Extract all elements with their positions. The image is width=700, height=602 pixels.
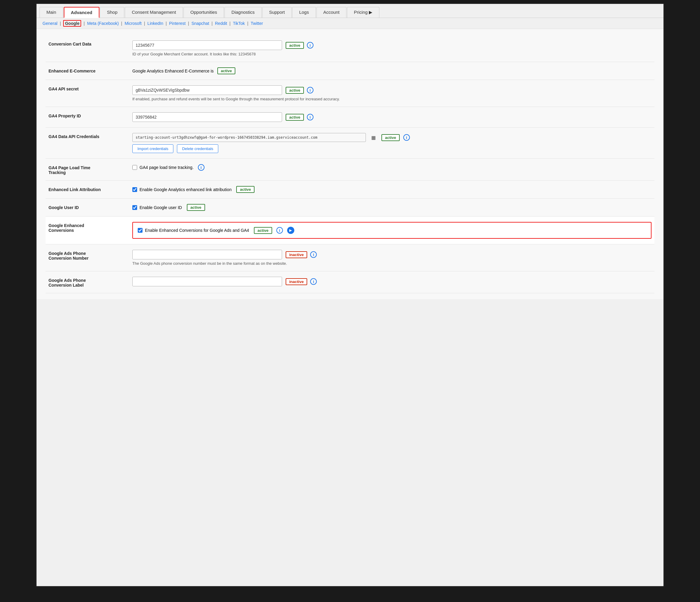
label-ga4-data-api: GA4 Data API Credentials xyxy=(46,127,129,159)
btn-import-credentials[interactable]: Import credentials xyxy=(132,144,173,153)
row-ga4-property-id: GA4 Property ID active i xyxy=(46,107,654,127)
value-ga4-page-load: GA4 page load time tracking. i xyxy=(129,159,654,180)
checkbox-google-user-id[interactable] xyxy=(132,205,137,210)
tab-consent[interactable]: Consent Management xyxy=(125,7,183,18)
badge-ga4-property-id: active xyxy=(285,114,304,121)
input-ga4-api-secret[interactable] xyxy=(132,86,282,95)
input-ga4-data-api[interactable] xyxy=(132,133,366,142)
row-google-user-id: Google User ID Enable Google user ID act… xyxy=(46,198,654,217)
subnav-microsoft[interactable]: Microsoft xyxy=(125,21,142,26)
tab-main[interactable]: Main xyxy=(40,7,63,18)
tab-diagnostics[interactable]: Diagnostics xyxy=(225,7,262,18)
input-phone-label[interactable] xyxy=(132,277,282,286)
credentials-field: ▦ active i xyxy=(132,133,651,142)
label-enhanced-link: Enhanced Link Attribution xyxy=(46,180,129,198)
value-ga4-property-id: active i xyxy=(129,107,654,127)
tab-advanced[interactable]: Advanced xyxy=(64,7,100,18)
value-enhanced-ecommerce: Google Analytics Enhanced E-Commerce is … xyxy=(129,62,654,80)
value-conversion-cart: active i ID of your Google Merchant Cent… xyxy=(129,35,654,62)
helper-conversion-cart: ID of your Google Merchant Center accoun… xyxy=(132,52,651,56)
info-icon-enhanced-conversions[interactable]: i xyxy=(276,227,283,234)
checkbox-row-page-load: GA4 page load time tracking. i xyxy=(132,164,651,171)
value-phone-label: inactive i xyxy=(129,271,654,293)
checkbox-label-user-id: Enable Google user ID xyxy=(140,205,182,210)
info-icon-ga4-api-secret[interactable]: i xyxy=(307,87,314,93)
helper-ga4-api-secret: If enabled, purchase and refund events w… xyxy=(132,97,651,101)
subnav-snapchat[interactable]: Snapchat xyxy=(191,21,209,26)
enhanced-ecommerce-text: Google Analytics Enhanced E-Commerce is xyxy=(132,69,214,73)
checkbox-row-enhanced-conversions: Enable Enhanced Conversions for Google A… xyxy=(138,227,646,234)
subnav-linkedin[interactable]: LinkedIn xyxy=(147,21,163,26)
tab-bar: Main Advanced Shop Consent Management Op… xyxy=(36,4,664,18)
badge-ga4-data-api: active xyxy=(381,134,400,141)
settings-table: Conversion Cart Data active i ID of your… xyxy=(46,35,654,293)
badge-ga4-api-secret: active xyxy=(285,87,304,94)
input-conversion-cart[interactable] xyxy=(132,41,282,50)
subnav-twitter[interactable]: Twitter xyxy=(251,21,263,26)
checkbox-enhanced-conversions[interactable] xyxy=(138,228,143,233)
badge-enhanced-conversions: active xyxy=(254,227,272,234)
btn-delete-credentials[interactable]: Delete credentials xyxy=(177,144,218,153)
checkbox-row-user-id: Enable Google user ID active xyxy=(132,204,651,211)
badge-phone-label: inactive xyxy=(285,278,307,285)
row-ga4-data-api: GA4 Data API Credentials ▦ active i Impo… xyxy=(46,127,654,159)
label-ga4-api-secret: GA4 API secret xyxy=(46,80,129,107)
checkbox-enhanced-link[interactable] xyxy=(132,187,137,192)
tab-account[interactable]: Account xyxy=(317,7,346,18)
badge-phone-number: inactive xyxy=(285,251,307,258)
input-phone-number[interactable] xyxy=(132,250,282,259)
checkbox-row-enhanced-link: Enable Google Analytics enhanced link at… xyxy=(132,186,651,193)
copy-icon-ga4-data-api[interactable]: ▦ xyxy=(370,134,377,141)
row-ga4-api-secret: GA4 API secret active i If enabled, purc… xyxy=(46,80,654,107)
tab-opportunities[interactable]: Opportunities xyxy=(183,7,224,18)
checkbox-ga4-page-load[interactable] xyxy=(132,165,137,170)
row-enhanced-conversions: Google Enhanced Conversions Enable Enhan… xyxy=(46,217,654,244)
subnav-reddit[interactable]: Reddit xyxy=(215,21,227,26)
value-google-user-id: Enable Google user ID active xyxy=(129,198,654,217)
tab-shop[interactable]: Shop xyxy=(100,7,124,18)
value-ga4-api-secret: active i If enabled, purchase and refund… xyxy=(129,80,654,107)
value-phone-number: inactive i The Google Ads phone conversi… xyxy=(129,244,654,271)
badge-enhanced-ecommerce: active xyxy=(217,67,235,74)
label-ga4-property-id: GA4 Property ID xyxy=(46,107,129,127)
checkbox-label-enhanced-link: Enable Google Analytics enhanced link at… xyxy=(140,187,231,192)
input-row-phone-label: inactive i xyxy=(132,277,651,286)
info-icon-phone-label[interactable]: i xyxy=(310,278,317,285)
value-ga4-data-api: ▦ active i Import credentials Delete cre… xyxy=(129,127,654,159)
info-icon-ga4-data-api[interactable]: i xyxy=(403,134,410,141)
row-ga4-page-load: GA4 Page Load Time Tracking GA4 page loa… xyxy=(46,159,654,180)
value-enhanced-link: Enable Google Analytics enhanced link at… xyxy=(129,180,654,198)
main-content: Conversion Cart Data active i ID of your… xyxy=(36,29,664,299)
badge-enhanced-link: active xyxy=(236,186,254,193)
subnav-google[interactable]: Google xyxy=(63,20,81,27)
sub-nav: General | Google | Meta (Facebook) | Mic… xyxy=(36,18,664,29)
label-phone-number: Google Ads Phone Conversion Number xyxy=(46,244,129,271)
row-enhanced-link: Enhanced Link Attribution Enable Google … xyxy=(46,180,654,198)
info-icon-ga4-property-id[interactable]: i xyxy=(307,114,314,120)
label-phone-label: Google Ads Phone Conversion Label xyxy=(46,271,129,293)
subnav-tiktok[interactable]: TikTok xyxy=(233,21,245,26)
tab-pricing[interactable]: Pricing ▶ xyxy=(347,7,379,18)
label-enhanced-conversions: Google Enhanced Conversions xyxy=(46,217,129,244)
input-row-enhanced-ecommerce: Google Analytics Enhanced E-Commerce is … xyxy=(132,67,651,74)
credentials-buttons: Import credentials Delete credentials xyxy=(132,142,651,153)
subnav-meta[interactable]: Meta (Facebook) xyxy=(87,21,119,26)
row-phone-number: Google Ads Phone Conversion Number inact… xyxy=(46,244,654,271)
value-enhanced-conversions: Enable Enhanced Conversions for Google A… xyxy=(129,217,654,244)
subnav-pinterest[interactable]: Pinterest xyxy=(169,21,185,26)
checkbox-label-enhanced-conversions: Enable Enhanced Conversions for Google A… xyxy=(145,228,249,233)
info-icon-conversion-cart[interactable]: i xyxy=(307,42,314,49)
input-row-ga4-api: active i xyxy=(132,86,651,95)
info-icon-page-load[interactable]: i xyxy=(198,164,204,171)
label-conversion-cart: Conversion Cart Data xyxy=(46,35,129,62)
tab-logs[interactable]: Logs xyxy=(292,7,316,18)
input-ga4-property-id[interactable] xyxy=(132,112,282,122)
input-row-phone-number: inactive i xyxy=(132,250,651,259)
page-wrapper: Main Advanced Shop Consent Management Op… xyxy=(35,3,665,587)
info-icon-phone-number[interactable]: i xyxy=(310,251,317,258)
badge-conversion-cart: active xyxy=(285,42,304,49)
play-icon-enhanced-conversions[interactable]: ▶ xyxy=(287,227,294,234)
label-google-user-id: Google User ID xyxy=(46,198,129,217)
subnav-general[interactable]: General xyxy=(43,21,57,26)
tab-support[interactable]: Support xyxy=(262,7,292,18)
